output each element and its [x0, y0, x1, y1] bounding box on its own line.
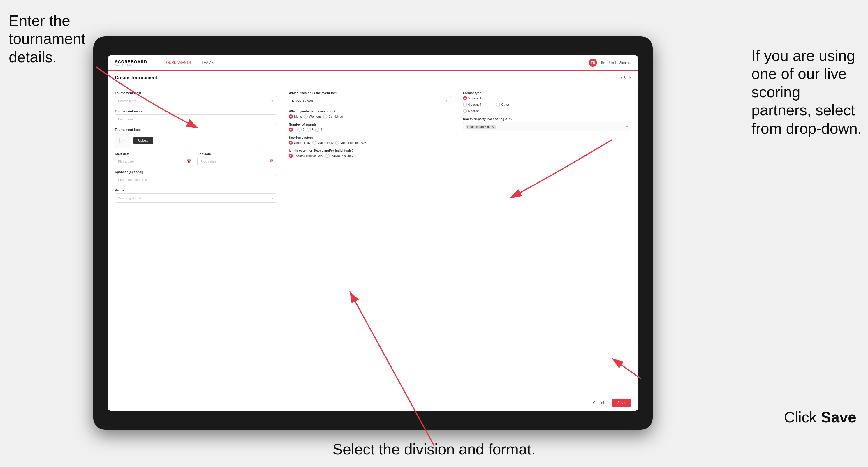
gender-womens-radio[interactable] — [304, 115, 308, 119]
format-6count5[interactable]: 6 count 5 — [463, 109, 482, 113]
api-tag: Leaderboard King ✕ — [466, 125, 496, 129]
format-6count5-label: 6 count 5 — [468, 109, 482, 113]
sponsor-input[interactable] — [118, 178, 274, 182]
rounds-4-radio[interactable] — [315, 128, 319, 132]
rounds-2-label: 2 — [303, 128, 305, 131]
nav-item-teams[interactable]: TEAMS — [196, 55, 219, 70]
annotation-top-left: Enter the tournament details. — [9, 12, 96, 66]
format-other[interactable]: Other — [496, 102, 509, 106]
venue-input-wrapper[interactable]: ▼ — [115, 193, 277, 203]
gender-mens[interactable]: Mens — [289, 115, 302, 119]
api-dropdown-icon: ▼ — [626, 125, 628, 128]
svg-point-1 — [121, 139, 122, 140]
start-date-label: Start date — [115, 152, 194, 156]
teams-option[interactable]: Teams (+Individuals) — [289, 154, 323, 158]
scoring-stroke[interactable]: Stroke Play — [289, 141, 310, 145]
scoring-medal-radio[interactable] — [335, 141, 339, 145]
tournament-host-input-wrapper[interactable]: ▼ — [115, 96, 277, 105]
teams-label: Teams (+Individuals) — [294, 154, 323, 158]
nav-items: TOURNAMENTS TEAMS — [159, 55, 589, 70]
gender-label: Which gender is the event for? — [289, 110, 451, 113]
rounds-2-radio[interactable] — [298, 128, 302, 132]
gender-womens[interactable]: Womens — [304, 115, 321, 119]
back-link[interactable]: ‹ Back — [621, 76, 631, 80]
sponsor-field: Sponsor (optional) — [115, 170, 277, 184]
rounds-radio-group: 1 2 3 4 — [289, 128, 451, 132]
individuals-radio[interactable] — [326, 154, 330, 158]
teams-individuals-label: Is this event for Teams and/or Individua… — [289, 149, 451, 152]
chevron-down-icon-division: ▼ — [445, 99, 448, 102]
tournament-name-input-wrapper[interactable] — [115, 115, 277, 124]
form-container: Create Tournament ‹ Back Tournament Host… — [108, 70, 638, 411]
scoring-medal[interactable]: Medal Match Play — [335, 141, 366, 145]
nav-item-tournaments[interactable]: TOURNAMENTS — [159, 55, 196, 70]
gender-mens-label: Mens — [294, 115, 302, 118]
rounds-2[interactable]: 2 — [298, 128, 305, 132]
venue-field: Venue ▼ — [115, 188, 277, 203]
save-button[interactable]: Save — [612, 399, 631, 407]
chevron-down-icon: ▼ — [271, 99, 274, 102]
rounds-1-radio[interactable] — [289, 128, 293, 132]
tournament-host-field: Tournament Host ▼ — [115, 91, 277, 105]
gender-mens-radio[interactable] — [289, 115, 293, 119]
division-select[interactable]: NCAA Division I ▼ — [289, 96, 451, 105]
rounds-3-label: 3 — [312, 128, 313, 131]
start-date-field: Start date Pick a date 📅 — [115, 152, 194, 166]
avatar: TU — [589, 59, 597, 67]
division-selected-value: NCAA Division I — [292, 99, 315, 102]
form-header: Create Tournament ‹ Back — [108, 70, 638, 85]
individuals-label: Individuals Only — [331, 154, 353, 158]
api-remove-button[interactable]: ✕ — [492, 125, 494, 128]
rounds-3-radio[interactable] — [307, 128, 311, 132]
format-row-1: 5 count 4 6 count 4 6 count 5 — [463, 96, 631, 113]
rounds-label: Number of rounds — [289, 123, 451, 126]
api-field[interactable]: Leaderboard King ✕ ▼ — [463, 122, 631, 131]
gender-womens-label: Womens — [309, 115, 321, 118]
scoring-stroke-label: Stroke Play — [294, 141, 310, 145]
format-5count4[interactable]: 5 count 4 — [463, 96, 482, 100]
tournament-host-input[interactable] — [118, 99, 271, 102]
rounds-field: Number of rounds 1 2 — [289, 123, 451, 132]
scoring-match-radio[interactable] — [312, 141, 316, 145]
format-other-radio[interactable] — [496, 102, 500, 106]
signout-link[interactable]: Sign out — [619, 61, 631, 64]
rounds-1[interactable]: 1 — [289, 128, 296, 132]
tournament-name-input[interactable] — [118, 117, 274, 121]
teams-radio[interactable] — [289, 154, 293, 158]
format-6count5-radio[interactable] — [463, 109, 467, 113]
form-title: Create Tournament — [115, 75, 157, 81]
upload-button[interactable]: Upload — [133, 137, 153, 144]
individuals-option[interactable]: Individuals Only — [326, 154, 353, 158]
left-column: Tournament Host ▼ Tournament name — [115, 91, 283, 389]
format-type-field: Format type 5 count 4 — [463, 91, 631, 113]
rounds-3[interactable]: 3 — [307, 128, 313, 132]
middle-column: Which division is the event for? NCAA Di… — [289, 91, 457, 389]
end-date-field: End date Pick a date 📅 — [197, 152, 277, 166]
format-type-label: Format type — [463, 91, 631, 95]
format-6count4-label: 6 count 4 — [468, 103, 482, 106]
tablet-screen: SCOREBOARD Powered by clippit TOURNAMENT… — [108, 55, 638, 411]
scoring-radio-group: Stroke Play Match Play Medal Match Play — [289, 141, 451, 145]
division-field: Which division is the event for? NCAA Di… — [289, 91, 451, 105]
date-row: Start date Pick a date 📅 End date Pick a… — [115, 152, 277, 166]
tablet: SCOREBOARD Powered by clippit TOURNAMENT… — [93, 36, 653, 430]
format-6count4-radio[interactable] — [463, 102, 467, 106]
gender-combined-radio[interactable] — [323, 115, 327, 119]
logo-area: SCOREBOARD Powered by clippit — [115, 59, 147, 66]
cancel-button[interactable]: Cancel — [588, 399, 609, 407]
api-value: Leaderboard King — [467, 125, 491, 128]
gender-combined[interactable]: Combined — [323, 115, 343, 119]
tournament-name-field: Tournament name — [115, 110, 277, 124]
format-5count4-radio[interactable] — [463, 96, 467, 100]
end-date-input[interactable]: Pick a date 📅 — [197, 157, 277, 166]
scoring-stroke-radio[interactable] — [289, 141, 293, 145]
form-footer: Cancel Save — [108, 395, 638, 411]
rounds-4[interactable]: 4 — [315, 128, 322, 132]
sponsor-input-wrapper[interactable] — [115, 175, 277, 184]
start-date-input[interactable]: Pick a date 📅 — [115, 157, 194, 166]
logo-upload-area: Upload — [115, 133, 277, 148]
chevron-down-icon-venue: ▼ — [271, 197, 274, 200]
venue-input[interactable] — [118, 196, 271, 200]
scoring-match[interactable]: Match Play — [312, 141, 333, 145]
format-6count4[interactable]: 6 count 4 — [463, 102, 482, 106]
